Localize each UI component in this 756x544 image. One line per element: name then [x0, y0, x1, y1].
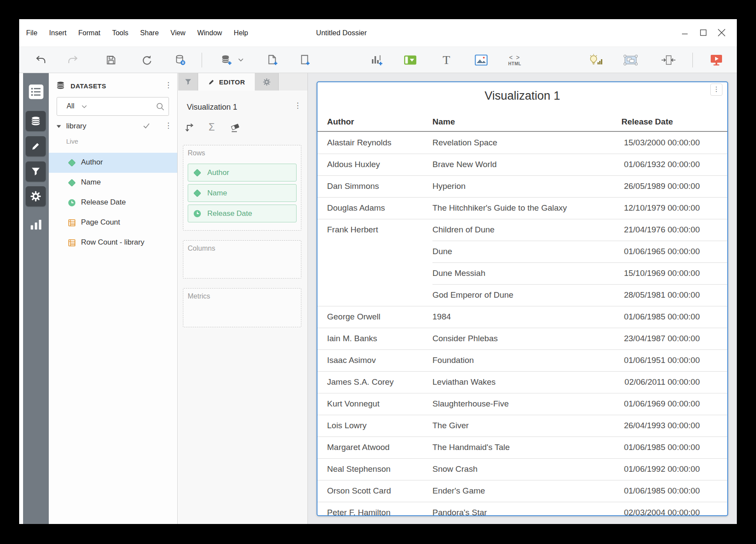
cell-release-date[interactable]: 01/06/1985 00:00:00	[621, 486, 700, 496]
datasets-menu-button[interactable]: ⋮	[165, 81, 172, 89]
refresh-button[interactable]	[141, 54, 152, 66]
sidebar-item-datasets[interactable]	[26, 111, 46, 131]
cell-release-date[interactable]: 01/06/1965 00:00:00	[621, 247, 700, 256]
tab-editor[interactable]: EDITOR	[198, 73, 255, 91]
cell-author[interactable]: Iain M. Banks	[317, 334, 432, 343]
dataset-item-name[interactable]: Name	[49, 173, 177, 193]
row-chip-author[interactable]: Author	[188, 164, 297, 181]
column-header-author[interactable]: Author	[327, 117, 354, 127]
cell-release-date[interactable]: 15/10/1969 00:00:00	[621, 269, 700, 278]
menu-help[interactable]: Help	[234, 29, 248, 37]
cell-name[interactable]: Foundation	[432, 356, 621, 365]
maximize-button[interactable]	[697, 27, 709, 38]
grid-row[interactable]: James S.A. CoreyLeviathan Wakes02/06/201…	[317, 371, 727, 393]
presentation-mode-button[interactable]	[710, 54, 723, 66]
tab-filter[interactable]	[178, 73, 198, 91]
metrics-drop-zone[interactable]: Metrics	[183, 288, 301, 327]
cell-author[interactable]: Douglas Adams	[317, 203, 432, 213]
new-page-button[interactable]	[299, 54, 311, 66]
dataset-menu-button[interactable]: ⋮	[165, 122, 172, 129]
new-chapter-button[interactable]	[267, 54, 279, 66]
cell-release-date[interactable]: 01/06/1932 00:00:00	[621, 160, 700, 169]
row-chip-name[interactable]: Name	[188, 184, 297, 202]
undo-button[interactable]	[35, 55, 47, 65]
swap-axes-icon[interactable]	[185, 122, 195, 133]
cell-author[interactable]: Lois Lowry	[317, 421, 432, 430]
add-visualization-button[interactable]	[370, 54, 383, 66]
cell-author[interactable]: Margaret Atwood	[317, 443, 432, 452]
grid-row[interactable]: Orson Scott CardEnder's Game01/06/1985 0…	[317, 480, 727, 502]
cell-release-date[interactable]: 15/03/2000 00:00:00	[621, 138, 700, 148]
cell-release-date[interactable]: 21/04/1976 00:00:00	[621, 225, 700, 235]
sidebar-item-settings[interactable]	[26, 186, 46, 206]
cell-release-date[interactable]: 28/05/1981 00:00:00	[621, 290, 700, 300]
filter-chevron-icon[interactable]	[81, 105, 87, 109]
cell-author[interactable]: George Orwell	[317, 312, 432, 322]
cell-name[interactable]: Slaughterhouse-Five	[432, 399, 621, 409]
cell-name[interactable]: God Emperor of Dune	[432, 290, 621, 300]
menu-window[interactable]: Window	[197, 29, 222, 37]
grid-row[interactable]: Neal StephensonSnow Crash01/06/1992 00:0…	[317, 458, 727, 480]
cell-name[interactable]: The Handmaid's Tale	[432, 443, 621, 452]
cell-author[interactable]: Kurt Vonnegut	[317, 399, 432, 409]
grid-row[interactable]: Margaret AtwoodThe Handmaid's Tale01/06/…	[317, 437, 727, 458]
menu-format[interactable]: Format	[78, 29, 101, 37]
add-data-button[interactable]	[220, 54, 233, 66]
menu-view[interactable]: View	[171, 29, 186, 37]
cell-release-date[interactable]: 26/05/1989 00:00:00	[621, 181, 700, 191]
sidebar-item-format[interactable]	[26, 136, 46, 156]
grid-row[interactable]: Isaac AsimovFoundation01/06/1951 00:00:0…	[317, 349, 727, 371]
cell-release-date[interactable]: 12/10/1979 00:00:00	[621, 203, 700, 213]
rows-drop-zone[interactable]: Rows AuthorNameRelease Date	[183, 145, 301, 231]
cell-author[interactable]: Isaac Asimov	[317, 356, 432, 365]
cell-release-date[interactable]: 01/06/1985 00:00:00	[621, 312, 700, 322]
cell-name[interactable]: Revelation Space	[432, 138, 621, 148]
cell-release-date[interactable]: 26/04/1993 00:00:00	[621, 421, 700, 430]
grid-row[interactable]: Dune01/06/1965 00:00:00	[317, 241, 727, 262]
cell-name[interactable]: Dune	[432, 247, 621, 256]
cell-author[interactable]: Orson Scott Card	[317, 486, 432, 496]
grid-row[interactable]: Dan SimmonsHyperion26/05/1989 00:00:00	[317, 175, 727, 197]
cell-name[interactable]: Snow Crash	[432, 464, 621, 474]
columns-drop-zone[interactable]: Columns	[183, 240, 301, 279]
dataset-item-row-count-library[interactable]: Row Count - library	[49, 233, 177, 253]
sidebar-item-visualization-gallery[interactable]	[29, 217, 44, 232]
cell-author[interactable]: Aldous Huxley	[317, 160, 432, 169]
column-header-release-date[interactable]: Release Date	[621, 117, 673, 127]
grid-row[interactable]: Kurt VonnegutSlaughterhouse-Five01/06/19…	[317, 393, 727, 415]
cell-release-date[interactable]: 02/06/2011 00:00:00	[621, 377, 700, 387]
add-data-chevron-icon[interactable]	[238, 58, 244, 62]
menu-share[interactable]: Share	[140, 29, 159, 37]
sidebar-item-filter[interactable]	[26, 161, 46, 181]
dataset-search-box[interactable]: All	[57, 97, 169, 116]
search-icon[interactable]	[155, 102, 165, 111]
grid-row[interactable]: God Emperor of Dune28/05/1981 00:00:00	[317, 284, 727, 306]
cell-author[interactable]: Peter F. Hamilton	[317, 508, 432, 515]
dataset-collapse-caret-icon[interactable]	[56, 124, 62, 129]
dataset-filter-value[interactable]: All	[67, 102, 74, 110]
grid-row[interactable]: Aldous HuxleyBrave New World01/06/1932 0…	[317, 154, 727, 175]
insights-button[interactable]	[588, 54, 603, 67]
cell-name[interactable]: Hyperion	[432, 181, 621, 191]
grid-row[interactable]: George Orwell198401/06/1985 00:00:00	[317, 306, 727, 328]
dataset-item-author[interactable]: Author	[49, 153, 177, 173]
cell-name[interactable]: The Giver	[432, 421, 621, 430]
add-text-button[interactable]: T	[442, 54, 450, 66]
cell-name[interactable]: Pandora's Star	[432, 508, 621, 515]
eraser-icon[interactable]	[230, 122, 241, 133]
sigma-totals-icon[interactable]: Σ	[209, 121, 215, 133]
visualization-grid-panel[interactable]: ⋮ Visualization 1 Author Name Release Da…	[317, 81, 728, 516]
minimize-button[interactable]	[679, 27, 691, 38]
dataset-name[interactable]: library	[66, 122, 86, 131]
cell-release-date[interactable]: 01/06/1951 00:00:00	[621, 356, 700, 365]
add-image-button[interactable]	[475, 54, 488, 66]
cell-author[interactable]: Alastair Reynolds	[317, 138, 432, 148]
grid-row[interactable]: Douglas AdamsThe Hitchhiker's Guide to t…	[317, 197, 727, 219]
grid-row[interactable]: Peter F. HamiltonPandora's Star02/03/200…	[317, 502, 727, 515]
add-html-button[interactable]: < > HTML	[508, 54, 521, 66]
add-selector-button[interactable]	[404, 55, 417, 65]
group-elements-button[interactable]	[623, 54, 638, 67]
pause-data-retrieval-button[interactable]	[175, 54, 186, 66]
cell-name[interactable]: Leviathan Wakes	[432, 377, 621, 387]
fit-to-window-button[interactable]	[661, 54, 676, 66]
